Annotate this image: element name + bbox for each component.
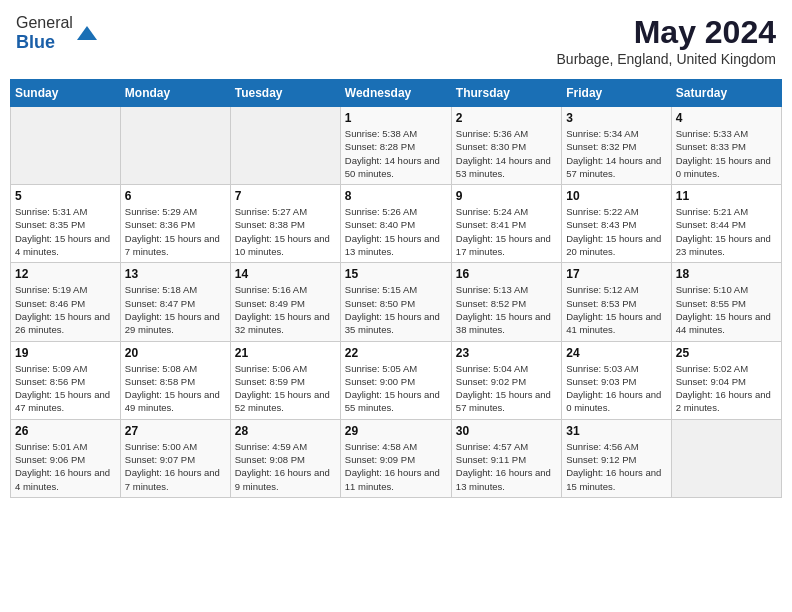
day-info: Sunrise: 5:00 AMSunset: 9:07 PMDaylight:… <box>125 440 226 493</box>
logo-general: General <box>16 14 73 32</box>
day-info: Sunrise: 5:06 AMSunset: 8:59 PMDaylight:… <box>235 362 336 415</box>
day-info: Sunrise: 5:19 AMSunset: 8:46 PMDaylight:… <box>15 283 116 336</box>
day-number: 27 <box>125 424 226 438</box>
calendar-cell: 21Sunrise: 5:06 AMSunset: 8:59 PMDayligh… <box>230 341 340 419</box>
calendar-cell: 24Sunrise: 5:03 AMSunset: 9:03 PMDayligh… <box>562 341 671 419</box>
day-number: 13 <box>125 267 226 281</box>
day-info: Sunrise: 5:22 AMSunset: 8:43 PMDaylight:… <box>566 205 666 258</box>
day-number: 21 <box>235 346 336 360</box>
day-number: 3 <box>566 111 666 125</box>
calendar-cell: 1Sunrise: 5:38 AMSunset: 8:28 PMDaylight… <box>340 107 451 185</box>
calendar-cell: 10Sunrise: 5:22 AMSunset: 8:43 PMDayligh… <box>562 185 671 263</box>
logo-blue: Blue <box>16 32 73 53</box>
day-number: 18 <box>676 267 777 281</box>
calendar-cell: 2Sunrise: 5:36 AMSunset: 8:30 PMDaylight… <box>451 107 561 185</box>
calendar-cell: 29Sunrise: 4:58 AMSunset: 9:09 PMDayligh… <box>340 419 451 497</box>
day-info: Sunrise: 5:36 AMSunset: 8:30 PMDaylight:… <box>456 127 557 180</box>
day-number: 12 <box>15 267 116 281</box>
weekday-header-saturday: Saturday <box>671 80 781 107</box>
day-info: Sunrise: 5:24 AMSunset: 8:41 PMDaylight:… <box>456 205 557 258</box>
calendar-week-row: 1Sunrise: 5:38 AMSunset: 8:28 PMDaylight… <box>11 107 782 185</box>
logo-triangle-icon <box>75 22 99 46</box>
calendar-cell: 9Sunrise: 5:24 AMSunset: 8:41 PMDaylight… <box>451 185 561 263</box>
day-number: 14 <box>235 267 336 281</box>
day-info: Sunrise: 5:05 AMSunset: 9:00 PMDaylight:… <box>345 362 447 415</box>
day-number: 24 <box>566 346 666 360</box>
day-number: 26 <box>15 424 116 438</box>
weekday-header-monday: Monday <box>120 80 230 107</box>
day-number: 28 <box>235 424 336 438</box>
calendar-cell: 7Sunrise: 5:27 AMSunset: 8:38 PMDaylight… <box>230 185 340 263</box>
calendar-cell <box>11 107 121 185</box>
day-info: Sunrise: 5:08 AMSunset: 8:58 PMDaylight:… <box>125 362 226 415</box>
calendar-cell: 4Sunrise: 5:33 AMSunset: 8:33 PMDaylight… <box>671 107 781 185</box>
calendar-cell: 8Sunrise: 5:26 AMSunset: 8:40 PMDaylight… <box>340 185 451 263</box>
calendar-cell <box>230 107 340 185</box>
calendar-cell: 27Sunrise: 5:00 AMSunset: 9:07 PMDayligh… <box>120 419 230 497</box>
day-info: Sunrise: 5:31 AMSunset: 8:35 PMDaylight:… <box>15 205 116 258</box>
day-number: 22 <box>345 346 447 360</box>
day-info: Sunrise: 4:58 AMSunset: 9:09 PMDaylight:… <box>345 440 447 493</box>
day-number: 29 <box>345 424 447 438</box>
calendar-week-row: 19Sunrise: 5:09 AMSunset: 8:56 PMDayligh… <box>11 341 782 419</box>
calendar-header-row: SundayMondayTuesdayWednesdayThursdayFrid… <box>11 80 782 107</box>
calendar-week-row: 26Sunrise: 5:01 AMSunset: 9:06 PMDayligh… <box>11 419 782 497</box>
calendar-cell: 16Sunrise: 5:13 AMSunset: 8:52 PMDayligh… <box>451 263 561 341</box>
calendar-cell: 6Sunrise: 5:29 AMSunset: 8:36 PMDaylight… <box>120 185 230 263</box>
day-number: 20 <box>125 346 226 360</box>
day-info: Sunrise: 5:29 AMSunset: 8:36 PMDaylight:… <box>125 205 226 258</box>
calendar-week-row: 5Sunrise: 5:31 AMSunset: 8:35 PMDaylight… <box>11 185 782 263</box>
day-info: Sunrise: 5:01 AMSunset: 9:06 PMDaylight:… <box>15 440 116 493</box>
day-number: 19 <box>15 346 116 360</box>
day-number: 30 <box>456 424 557 438</box>
day-number: 2 <box>456 111 557 125</box>
day-info: Sunrise: 5:26 AMSunset: 8:40 PMDaylight:… <box>345 205 447 258</box>
day-info: Sunrise: 5:04 AMSunset: 9:02 PMDaylight:… <box>456 362 557 415</box>
day-info: Sunrise: 5:13 AMSunset: 8:52 PMDaylight:… <box>456 283 557 336</box>
location: Burbage, England, United Kingdom <box>557 51 776 67</box>
day-number: 8 <box>345 189 447 203</box>
calendar-cell <box>671 419 781 497</box>
calendar-cell: 31Sunrise: 4:56 AMSunset: 9:12 PMDayligh… <box>562 419 671 497</box>
day-info: Sunrise: 4:56 AMSunset: 9:12 PMDaylight:… <box>566 440 666 493</box>
calendar-cell: 25Sunrise: 5:02 AMSunset: 9:04 PMDayligh… <box>671 341 781 419</box>
day-info: Sunrise: 5:16 AMSunset: 8:49 PMDaylight:… <box>235 283 336 336</box>
calendar-cell: 5Sunrise: 5:31 AMSunset: 8:35 PMDaylight… <box>11 185 121 263</box>
day-info: Sunrise: 4:57 AMSunset: 9:11 PMDaylight:… <box>456 440 557 493</box>
calendar-cell: 20Sunrise: 5:08 AMSunset: 8:58 PMDayligh… <box>120 341 230 419</box>
calendar-cell: 28Sunrise: 4:59 AMSunset: 9:08 PMDayligh… <box>230 419 340 497</box>
calendar-cell: 22Sunrise: 5:05 AMSunset: 9:00 PMDayligh… <box>340 341 451 419</box>
calendar-cell: 23Sunrise: 5:04 AMSunset: 9:02 PMDayligh… <box>451 341 561 419</box>
weekday-header-wednesday: Wednesday <box>340 80 451 107</box>
calendar-cell <box>120 107 230 185</box>
calendar-week-row: 12Sunrise: 5:19 AMSunset: 8:46 PMDayligh… <box>11 263 782 341</box>
calendar-cell: 11Sunrise: 5:21 AMSunset: 8:44 PMDayligh… <box>671 185 781 263</box>
calendar-cell: 3Sunrise: 5:34 AMSunset: 8:32 PMDaylight… <box>562 107 671 185</box>
svg-marker-0 <box>77 26 97 40</box>
day-info: Sunrise: 5:10 AMSunset: 8:55 PMDaylight:… <box>676 283 777 336</box>
weekday-header-sunday: Sunday <box>11 80 121 107</box>
calendar-cell: 15Sunrise: 5:15 AMSunset: 8:50 PMDayligh… <box>340 263 451 341</box>
day-info: Sunrise: 5:27 AMSunset: 8:38 PMDaylight:… <box>235 205 336 258</box>
day-number: 4 <box>676 111 777 125</box>
day-info: Sunrise: 5:21 AMSunset: 8:44 PMDaylight:… <box>676 205 777 258</box>
calendar-cell: 17Sunrise: 5:12 AMSunset: 8:53 PMDayligh… <box>562 263 671 341</box>
day-number: 23 <box>456 346 557 360</box>
day-number: 6 <box>125 189 226 203</box>
day-info: Sunrise: 5:15 AMSunset: 8:50 PMDaylight:… <box>345 283 447 336</box>
day-info: Sunrise: 5:03 AMSunset: 9:03 PMDaylight:… <box>566 362 666 415</box>
day-info: Sunrise: 5:18 AMSunset: 8:47 PMDaylight:… <box>125 283 226 336</box>
logo-text: General Blue <box>16 14 99 53</box>
day-number: 10 <box>566 189 666 203</box>
weekday-header-tuesday: Tuesday <box>230 80 340 107</box>
day-info: Sunrise: 5:34 AMSunset: 8:32 PMDaylight:… <box>566 127 666 180</box>
day-number: 25 <box>676 346 777 360</box>
calendar-cell: 18Sunrise: 5:10 AMSunset: 8:55 PMDayligh… <box>671 263 781 341</box>
calendar-cell: 12Sunrise: 5:19 AMSunset: 8:46 PMDayligh… <box>11 263 121 341</box>
calendar-cell: 13Sunrise: 5:18 AMSunset: 8:47 PMDayligh… <box>120 263 230 341</box>
day-number: 11 <box>676 189 777 203</box>
day-info: Sunrise: 4:59 AMSunset: 9:08 PMDaylight:… <box>235 440 336 493</box>
logo: General Blue <box>16 14 99 53</box>
day-number: 5 <box>15 189 116 203</box>
day-number: 7 <box>235 189 336 203</box>
